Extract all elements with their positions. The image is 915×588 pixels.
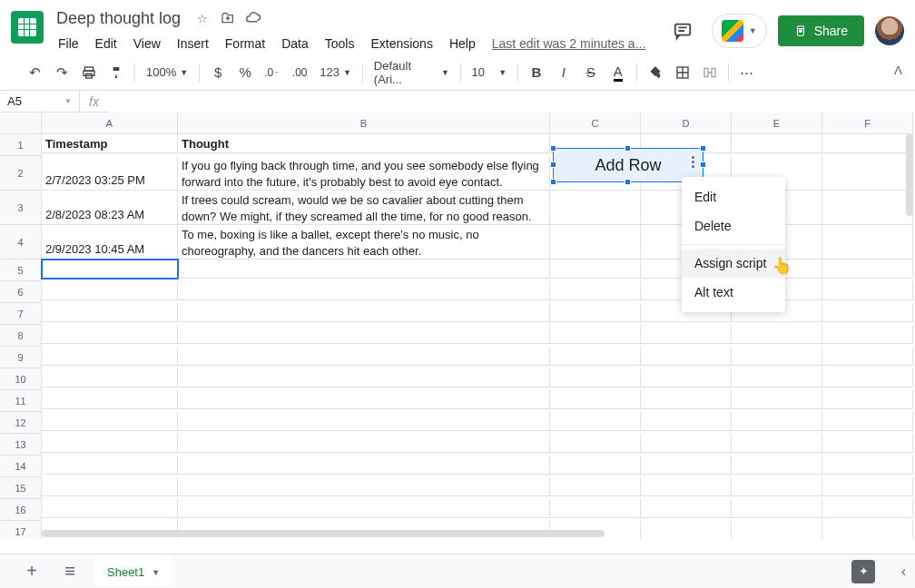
sheet-tab-1[interactable]: Sheet1▼ (94, 556, 172, 586)
row-header[interactable]: 9 (0, 347, 42, 368)
cell[interactable] (822, 347, 913, 366)
row-header[interactable]: 7 (0, 303, 42, 325)
row-header[interactable]: 14 (0, 456, 42, 477)
drawing-options-icon[interactable] (686, 152, 699, 171)
side-panel-toggle-icon[interactable]: ‹ (901, 564, 906, 580)
sheets-logo[interactable] (11, 11, 44, 44)
cell[interactable]: To me, boxing is like a ballet, except t… (178, 225, 550, 260)
doc-title[interactable]: Deep thought log (51, 7, 186, 30)
fill-color-icon[interactable] (643, 60, 668, 85)
cell[interactable] (42, 456, 178, 475)
cell[interactable] (732, 477, 822, 496)
last-edit-link[interactable]: Last edit was 2 minutes a... (485, 33, 654, 54)
merge-cells-icon[interactable] (697, 60, 723, 85)
decrease-decimal-icon[interactable]: .0← (260, 60, 285, 85)
cell[interactable] (178, 412, 550, 431)
cell[interactable] (822, 499, 913, 518)
cell[interactable] (732, 325, 822, 344)
font-size-select[interactable]: 10 ▼ (467, 61, 512, 84)
cell[interactable] (178, 260, 550, 279)
row-header[interactable]: 8 (0, 325, 42, 347)
cell[interactable] (550, 347, 641, 366)
more-toolbar-icon[interactable]: ⋯ (734, 60, 760, 85)
cell[interactable]: If you go flying back through time, and … (178, 156, 550, 191)
row-header[interactable]: 5 (0, 260, 42, 281)
cell[interactable] (732, 499, 822, 518)
cell[interactable] (550, 368, 641, 387)
row-header[interactable]: 11 (0, 390, 42, 412)
cell[interactable] (732, 368, 822, 387)
row-header[interactable]: 17 (0, 521, 42, 539)
cell[interactable] (732, 412, 822, 431)
add-row-drawing-button[interactable]: Add Row (553, 148, 703, 182)
cell[interactable] (550, 434, 641, 453)
cell[interactable] (42, 412, 178, 431)
increase-decimal-icon[interactable]: .00 (287, 60, 312, 85)
cell[interactable] (178, 325, 550, 344)
cell[interactable] (178, 281, 550, 300)
cell[interactable] (822, 134, 913, 153)
menu-edit[interactable]: Edit (88, 33, 124, 54)
menu-extensions[interactable]: Extensions (363, 33, 439, 54)
menu-view[interactable]: View (126, 33, 168, 54)
cell[interactable] (822, 368, 913, 387)
zoom-select[interactable]: 100%▼ (141, 61, 193, 84)
col-header[interactable]: B (178, 113, 550, 134)
cell[interactable] (42, 368, 178, 387)
cell[interactable]: Thought (178, 134, 550, 153)
row-header[interactable]: 16 (0, 499, 42, 521)
share-button[interactable]: Share (778, 15, 864, 46)
cell[interactable] (641, 325, 732, 344)
cell[interactable] (550, 191, 641, 225)
cell[interactable] (178, 456, 550, 475)
cell[interactable] (822, 303, 913, 322)
meet-button[interactable]: ▼ (712, 14, 767, 48)
cell[interactable] (822, 390, 913, 409)
text-color-icon[interactable]: A (605, 60, 631, 85)
cell[interactable] (822, 325, 913, 344)
move-icon[interactable] (219, 9, 237, 27)
cell[interactable] (822, 477, 913, 496)
row-header[interactable]: 13 (0, 434, 42, 456)
menu-tools[interactable]: Tools (318, 33, 362, 54)
cell[interactable] (178, 303, 550, 322)
bold-icon[interactable]: B (524, 60, 549, 85)
comment-history-icon[interactable] (664, 13, 701, 49)
menu-data[interactable]: Data (274, 33, 316, 54)
ctx-alt-text[interactable]: Alt text (682, 278, 785, 307)
cell[interactable] (732, 434, 822, 453)
currency-icon[interactable]: $ (205, 60, 231, 85)
star-icon[interactable]: ☆ (193, 9, 212, 27)
cell[interactable] (42, 434, 178, 453)
menu-format[interactable]: Format (218, 33, 272, 54)
strikethrough-icon[interactable]: S (578, 60, 604, 85)
add-sheet-icon[interactable]: + (18, 558, 45, 585)
cell[interactable] (42, 281, 178, 300)
vertical-scrollbar[interactable] (904, 113, 915, 539)
cell[interactable] (641, 499, 732, 518)
cell[interactable] (550, 390, 641, 409)
row-header[interactable]: 6 (0, 281, 42, 303)
cell[interactable] (732, 456, 822, 475)
col-header[interactable]: F (822, 113, 913, 134)
cell[interactable] (550, 260, 641, 279)
cell[interactable] (550, 412, 641, 431)
cell[interactable] (178, 477, 550, 496)
print-icon[interactable] (76, 60, 102, 85)
cell[interactable] (641, 368, 732, 387)
cell[interactable] (178, 499, 550, 518)
italic-icon[interactable]: I (551, 60, 576, 85)
cell[interactable]: If trees could scream, would we be so ca… (178, 191, 550, 225)
cell[interactable] (178, 347, 550, 366)
row-header[interactable]: 12 (0, 412, 42, 434)
cell[interactable]: 2/7/2023 03:25 PM (42, 156, 178, 191)
cell[interactable] (550, 303, 641, 322)
row-header[interactable]: 4 (0, 225, 42, 260)
horizontal-scrollbar[interactable] (42, 528, 902, 539)
row-header[interactable]: 10 (0, 368, 42, 390)
col-header[interactable]: E (732, 113, 822, 134)
cell[interactable] (42, 477, 178, 496)
ctx-assign-script[interactable]: Assign script (682, 249, 785, 278)
cell[interactable] (178, 368, 550, 387)
cell[interactable] (822, 225, 913, 260)
